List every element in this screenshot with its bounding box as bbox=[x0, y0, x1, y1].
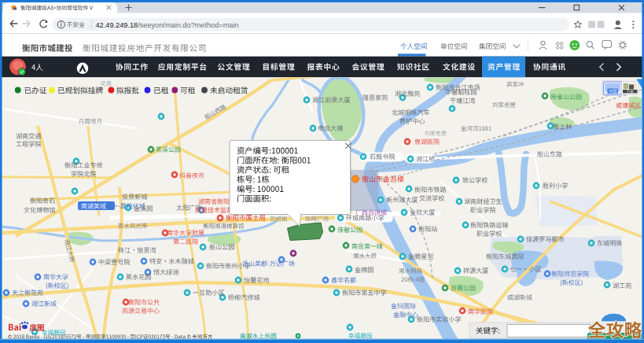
svg-text:42.49.249.18/seeyon/main.do?me: 42.49.249.18/seeyon/main.do?method=main bbox=[96, 21, 239, 29]
